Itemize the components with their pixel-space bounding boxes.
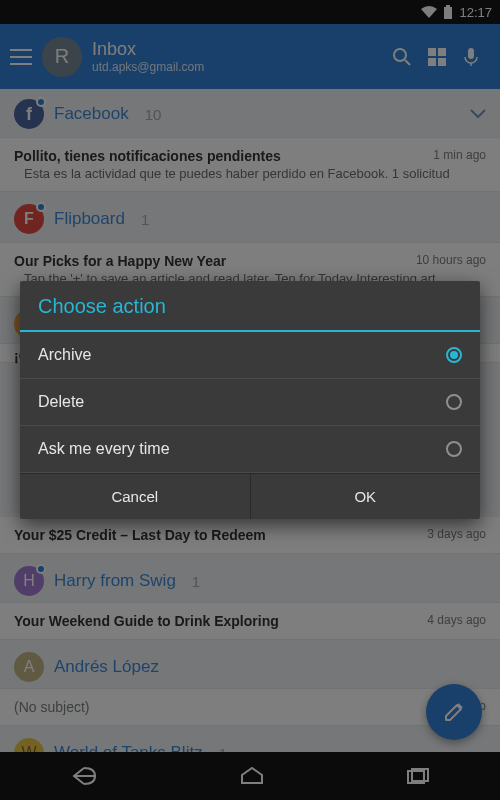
screen: 12:17 R Inbox utd.apks@gmail.com f Fac (0, 0, 500, 800)
option-label: Ask me every time (38, 440, 170, 458)
ok-button[interactable]: OK (251, 474, 481, 519)
option-delete[interactable]: Delete (20, 379, 480, 426)
option-archive[interactable]: Archive (20, 332, 480, 379)
option-label: Archive (38, 346, 91, 364)
choose-action-dialog: Choose action Archive Delete Ask me ever… (20, 281, 480, 519)
dialog-title: Choose action (20, 281, 480, 332)
option-ask-every-time[interactable]: Ask me every time (20, 426, 480, 473)
radio-selected-icon (446, 347, 462, 363)
radio-icon (446, 441, 462, 457)
radio-icon (446, 394, 462, 410)
cancel-button[interactable]: Cancel (20, 474, 251, 519)
modal-overlay[interactable]: Choose action Archive Delete Ask me ever… (0, 0, 500, 800)
option-label: Delete (38, 393, 84, 411)
